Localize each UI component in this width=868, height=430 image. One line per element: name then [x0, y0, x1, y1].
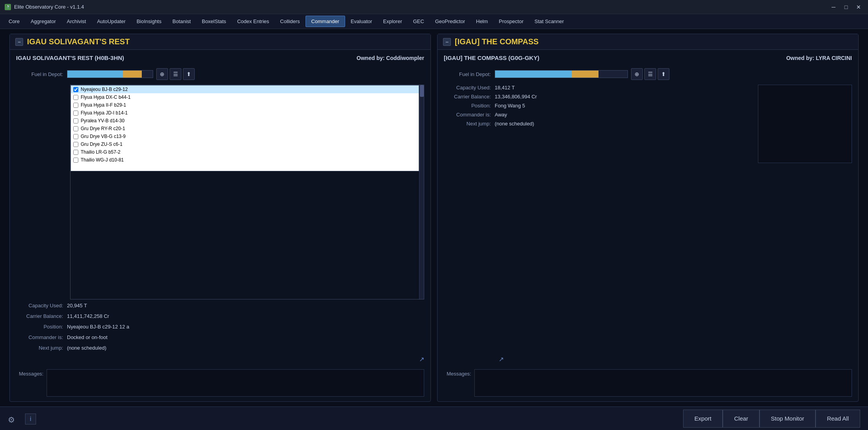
panel1-position-row: Position: Nyeajeou BJ-B c29-12 12 a	[16, 324, 424, 330]
panel1-balance-value: 11,411,742,258 Cr	[67, 313, 109, 319]
dropdown-item-checkbox[interactable]	[73, 87, 78, 92]
dropdown-item-checkbox[interactable]	[73, 118, 78, 123]
panel2-commander-label: Commander is:	[444, 112, 495, 118]
panel1-scrollbar[interactable]	[419, 85, 424, 299]
menu-item-colliders[interactable]: Colliders	[275, 16, 306, 27]
dropdown-item[interactable]: Gru Drye RY-R c20-1	[71, 125, 419, 132]
panel1-scrollbar-thumb	[420, 85, 424, 97]
menu-item-commander[interactable]: Commander	[306, 16, 345, 27]
bottom-bar: Export Clear Stop Monitor Read All	[0, 406, 868, 430]
panel2-position-row: Position: Fong Wang 5	[444, 103, 752, 109]
dropdown-item[interactable]: Nyeajeou BJ-B c29-12	[71, 85, 419, 93]
dropdown-item[interactable]: Thailio WG-J d10-81	[71, 156, 419, 164]
dropdown-item-checkbox[interactable]	[73, 103, 78, 108]
read-all-button[interactable]: Read All	[816, 410, 860, 428]
dropdown-item[interactable]: Flyua Hypa JD-I b14-1	[71, 109, 419, 117]
dropdown-item-label: Pyralea YV-B d14-30	[81, 118, 125, 123]
dropdown-item-checkbox[interactable]	[73, 111, 78, 116]
info-icon[interactable]: i	[25, 414, 36, 425]
panel2-info-left: Capacity Used: 18,412 T Carrier Balance:…	[444, 85, 752, 352]
dropdown-item-checkbox[interactable]	[73, 142, 78, 147]
settings-gear-icon[interactable]: ⚙	[8, 415, 15, 425]
panel2-capacity-label: Capacity Used:	[444, 85, 495, 91]
clear-button[interactable]: Clear	[723, 410, 760, 428]
panel2-balance-label: Carrier Balance:	[444, 94, 495, 100]
menu-item-bioinsights[interactable]: BioInsights	[131, 16, 167, 27]
menu-item-gec[interactable]: GEC	[407, 16, 429, 27]
dropdown-item[interactable]: Gru Drye ZU-S c6-1	[71, 140, 419, 148]
menu-item-helm[interactable]: Helm	[470, 16, 493, 27]
panel2-add-button[interactable]: ⊕	[631, 68, 643, 80]
panel1-messages-section: Messages:	[16, 369, 424, 397]
panel1-external-link-icon[interactable]: ↗︎	[419, 356, 424, 363]
panel1-fuel-blue	[67, 71, 123, 78]
panel1-add-button[interactable]: ⊕	[156, 68, 168, 80]
dropdown-item-checkbox[interactable]	[73, 134, 78, 139]
menu-item-stat-scanner[interactable]: Stat Scanner	[529, 16, 569, 27]
menu-item-botanist[interactable]: Botanist	[167, 16, 196, 27]
menu-item-geopredictor[interactable]: GeoPredictor	[430, 16, 471, 27]
title-bar-controls: ─ □ ✕	[829, 2, 863, 12]
menu-item-explorer[interactable]: Explorer	[378, 16, 407, 27]
panel1-toolbar: ⊕ ☰ ⬆	[156, 68, 195, 80]
dropdown-item-label: Thailio WG-J d10-81	[81, 157, 124, 163]
close-button[interactable]: ✕	[854, 2, 863, 12]
dropdown-item[interactable]: Flyua Hypa DX-C b44-1	[71, 93, 419, 101]
panel2-fuel-yellow	[572, 71, 599, 78]
dropdown-item-label: Thailio LR-G b57-2	[81, 149, 120, 155]
export-button[interactable]: Export	[683, 410, 723, 428]
dropdown-item[interactable]: Thailio LR-G b57-2	[71, 148, 419, 156]
panel1-header: − IGAU SOLIVAGANT'S REST	[10, 34, 430, 50]
panel1-position-label: Position:	[16, 324, 67, 330]
panel2-list-button[interactable]: ☰	[644, 68, 656, 80]
menu-item-aggregator[interactable]: Aggregator	[25, 16, 61, 27]
panel1-balance-row: Carrier Balance: 11,411,742,258 Cr	[16, 313, 424, 319]
dropdown-item-checkbox[interactable]	[73, 150, 78, 155]
window-title: Elite Observatory Core - v1.1.4	[14, 4, 84, 10]
panel1-messages-label: Messages:	[16, 369, 43, 377]
panel1-commander-value: Docked or on-foot	[67, 334, 107, 340]
dropdown-item-checkbox[interactable]	[73, 95, 78, 100]
main-content: − IGAU SOLIVAGANT'S REST IGAU SOLIVAGANT…	[0, 29, 868, 406]
panel1-title-row: IGAU SOLIVAGANT'S REST (H0B-3HN) Owned b…	[16, 54, 424, 63]
dropdown-item-checkbox[interactable]	[73, 126, 78, 131]
menu-item-prospector[interactable]: Prospector	[494, 16, 529, 27]
stop-monitor-button[interactable]: Stop Monitor	[760, 410, 816, 428]
menu-item-archivist[interactable]: Archivist	[61, 16, 92, 27]
panel2-upload-button[interactable]: ⬆	[658, 68, 669, 80]
panel1-subtitle: IGAU SOLIVAGANT'S REST (H0B-3HN)	[16, 54, 124, 61]
panel2-subtitle: [IGAU] THE COMPASS (G0G-GKY)	[444, 54, 539, 61]
panel1-capacity-row: Capacity Used: 20,945 T	[16, 303, 424, 308]
panel1-list-button[interactable]: ☰	[170, 68, 181, 80]
dropdown-item-label: Nyeajeou BJ-B c29-12	[81, 87, 128, 92]
dropdown-item[interactable]: Pyralea YV-B d14-30	[71, 117, 419, 125]
panel2-position-label: Position:	[444, 103, 495, 109]
menu-item-core[interactable]: Core	[3, 16, 25, 27]
panel1-nextjump-row: Next jump: (none scheduled)	[16, 345, 424, 351]
title-bar: 🔭 Elite Observatory Core - v1.1.4 ─ □ ✕	[0, 0, 868, 14]
minimize-button[interactable]: ─	[829, 2, 838, 12]
menu-item-evaluator[interactable]: Evaluator	[345, 16, 378, 27]
panel1-upload-button[interactable]: ⬆	[183, 68, 195, 80]
dropdown-item[interactable]: Gru Drye VB-G c13-9	[71, 132, 419, 140]
panel1-position-value: Nyeajeou BJ-B c29-12 12 a	[67, 324, 129, 330]
menu-item-boxelstats[interactable]: BoxelStats	[196, 16, 231, 27]
panel2-image-area	[758, 85, 852, 163]
dropdown-item-checkbox[interactable]	[73, 158, 78, 163]
dropdown-item-label: Gru Drye VB-G c13-9	[81, 134, 126, 139]
panel2-external-link-icon[interactable]: ↗︎	[499, 356, 504, 363]
menu-item-codex-entries[interactable]: Codex Entries	[231, 16, 275, 27]
dropdown-item-label: Flyua Hypa JD-I b14-1	[81, 110, 128, 116]
dropdown-item[interactable]: Flyua Hypa II-F b29-1	[71, 101, 419, 109]
menu-item-autoupdater[interactable]: AutoUpdater	[92, 16, 131, 27]
panel1-dropdown-list[interactable]: Nyeajeou BJ-B c29-12Flyua Hypa DX-C b44-…	[71, 85, 419, 171]
panel1-collapse-button[interactable]: −	[15, 38, 23, 46]
panel1-capacity-label: Capacity Used:	[16, 303, 67, 308]
panel2-title-row: [IGAU] THE COMPASS (G0G-GKY) Owned by: L…	[444, 54, 852, 63]
panel1-messages-box	[47, 369, 424, 397]
panel1-commander-label: Commander is:	[16, 334, 67, 340]
panel2-collapse-button[interactable]: −	[443, 38, 451, 46]
panel2-fuel-bar-container: ⊕ ☰ ⬆	[495, 68, 669, 80]
maximize-button[interactable]: □	[841, 2, 851, 12]
panel2-toolbar: ⊕ ☰ ⬆	[631, 68, 669, 80]
